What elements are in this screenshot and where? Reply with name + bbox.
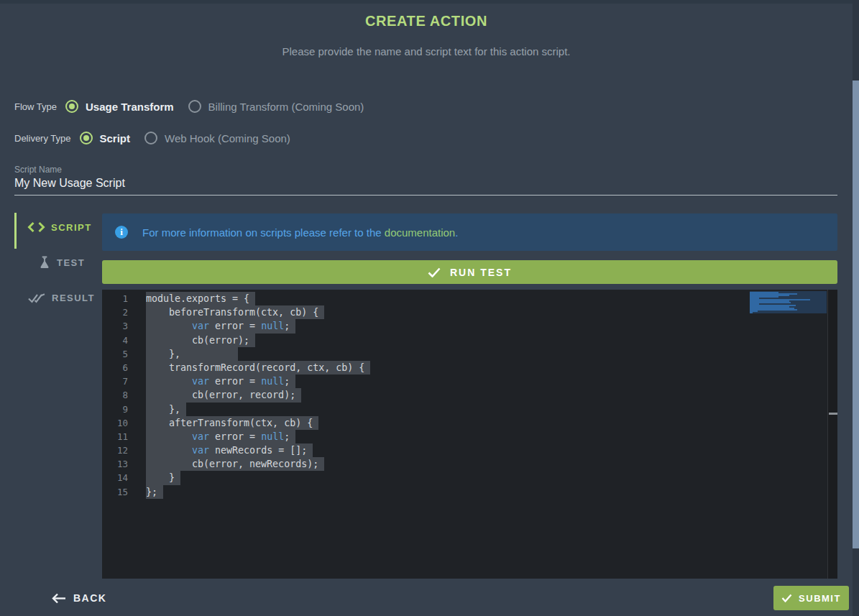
delivery-type-row: Delivery Type Script Web Hook (Coming So… bbox=[14, 131, 290, 145]
line-number: 13 bbox=[102, 457, 128, 471]
script-name-input[interactable] bbox=[14, 177, 837, 190]
selected-code-text: cb(error); bbox=[146, 334, 255, 347]
line-number: 2 bbox=[102, 305, 128, 319]
radio-web-hook-label[interactable]: Web Hook (Coming Soon) bbox=[165, 132, 290, 144]
code-line[interactable]: 7 var error = null; bbox=[102, 374, 837, 388]
documentation-link[interactable]: documentation bbox=[385, 226, 455, 239]
tab-script-label: SCRIPT bbox=[51, 222, 92, 233]
flow-type-label: Flow Type bbox=[14, 101, 57, 112]
minimap bbox=[750, 291, 827, 313]
selected-code-text: }, bbox=[146, 347, 238, 361]
code-line[interactable]: 14 } bbox=[102, 471, 837, 484]
radio-script[interactable] bbox=[80, 132, 93, 144]
page-subtitle: Please provide the name and script text … bbox=[0, 45, 853, 58]
code-line[interactable]: 5 }, bbox=[102, 347, 837, 361]
line-number: 9 bbox=[102, 403, 128, 416]
check-icon bbox=[781, 594, 792, 602]
run-test-label: RUN TEST bbox=[450, 267, 512, 278]
code-line[interactable]: 11 var error = null; bbox=[102, 430, 837, 443]
submit-label: SUBMIT bbox=[799, 593, 841, 604]
tab-test[interactable]: TEST bbox=[39, 256, 85, 269]
selected-code-text: }, bbox=[146, 403, 186, 416]
selected-code-text: cb(error, newRecords); bbox=[146, 457, 324, 471]
double-check-icon bbox=[27, 292, 46, 304]
selected-code-text: var error = null; bbox=[146, 374, 295, 388]
code-line[interactable]: 13 cb(error, newRecords); bbox=[102, 457, 837, 471]
line-number: 8 bbox=[102, 388, 128, 402]
line-number: 15 bbox=[102, 485, 128, 499]
script-name-label: Script Name bbox=[14, 165, 62, 175]
line-number: 5 bbox=[102, 347, 128, 361]
editor-scrollbar-thumb[interactable] bbox=[829, 413, 837, 415]
code-line[interactable]: 8 cb(error, record); bbox=[102, 388, 837, 402]
run-test-button[interactable]: RUN TEST bbox=[102, 260, 837, 284]
selected-code-text: } bbox=[146, 471, 180, 484]
info-icon: i bbox=[115, 226, 128, 239]
editor-scrollbar[interactable] bbox=[827, 290, 837, 579]
page-title: CREATE ACTION bbox=[0, 13, 853, 29]
code-editor[interactable]: 1module.exports = {2 beforeTransform(ctx… bbox=[102, 290, 837, 579]
banner-text: For more information on scripts please r… bbox=[142, 226, 458, 239]
radio-usage-transform[interactable] bbox=[65, 100, 78, 113]
selected-code-text: var newRecords = []; bbox=[146, 443, 313, 457]
line-number: 10 bbox=[102, 416, 128, 430]
radio-web-hook[interactable] bbox=[144, 132, 157, 144]
tab-result-label: RESULT bbox=[52, 293, 95, 303]
flask-icon bbox=[39, 256, 50, 269]
code-line[interactable]: 15}; bbox=[102, 485, 837, 499]
selected-code-text: transformRecord(record, ctx, cb) { bbox=[146, 361, 370, 374]
top-shade bbox=[0, 0, 859, 4]
line-number: 7 bbox=[102, 374, 128, 388]
code-line[interactable]: 6 transformRecord(record, ctx, cb) { bbox=[102, 361, 837, 374]
radio-billing-transform[interactable] bbox=[188, 100, 201, 113]
radio-script-label[interactable]: Script bbox=[100, 132, 131, 144]
active-tab-indicator bbox=[14, 213, 17, 249]
code-icon bbox=[27, 221, 45, 233]
script-name-underline bbox=[14, 195, 837, 196]
code-line[interactable]: 10 afterTransform(ctx, cb) { bbox=[102, 416, 837, 430]
tab-test-label: TEST bbox=[57, 257, 85, 268]
line-number: 11 bbox=[102, 430, 128, 443]
code-lines: 1module.exports = {2 beforeTransform(ctx… bbox=[102, 292, 837, 499]
line-number: 1 bbox=[102, 292, 128, 305]
code-line[interactable]: 4 cb(error); bbox=[102, 334, 837, 347]
banner-text-body: For more information on scripts please r… bbox=[142, 226, 385, 239]
radio-usage-transform-label[interactable]: Usage Transform bbox=[86, 101, 174, 113]
check-icon bbox=[428, 267, 441, 277]
line-number: 4 bbox=[102, 334, 128, 347]
selected-code-text: }; bbox=[146, 485, 163, 499]
code-line[interactable]: 3 var error = null; bbox=[102, 319, 837, 333]
tab-result[interactable]: RESULT bbox=[27, 292, 95, 304]
line-number: 6 bbox=[102, 361, 128, 374]
delivery-type-label: Delivery Type bbox=[14, 133, 71, 144]
selected-code-text: var error = null; bbox=[146, 430, 295, 443]
selected-code-text: cb(error, record); bbox=[146, 388, 301, 402]
tab-script[interactable]: SCRIPT bbox=[27, 221, 92, 233]
radio-billing-transform-label[interactable]: Billing Transform (Coming Soon) bbox=[208, 101, 364, 113]
submit-button[interactable]: SUBMIT bbox=[773, 586, 849, 610]
code-line[interactable]: 2 beforeTransform(ctx, cb) { bbox=[102, 305, 837, 319]
code-line[interactable]: 9 }, bbox=[102, 403, 837, 416]
line-number: 12 bbox=[102, 443, 128, 457]
info-banner: i For more information on scripts please… bbox=[102, 213, 837, 251]
selected-code-text: beforeTransform(ctx, cb) { bbox=[146, 305, 324, 319]
banner-text-suffix: . bbox=[455, 226, 458, 239]
back-label: BACK bbox=[73, 592, 106, 604]
code-line[interactable]: 1module.exports = { bbox=[102, 292, 837, 305]
selected-code-text: module.exports = { bbox=[146, 292, 255, 305]
page-scrollbar-thumb[interactable] bbox=[853, 81, 859, 548]
back-button[interactable]: BACK bbox=[50, 588, 106, 608]
line-number: 3 bbox=[102, 319, 128, 333]
arrow-left-icon bbox=[50, 592, 67, 604]
line-number: 14 bbox=[102, 471, 128, 484]
code-line[interactable]: 12 var newRecords = []; bbox=[102, 443, 837, 457]
selected-code-text: afterTransform(ctx, cb) { bbox=[146, 416, 318, 430]
selected-code-text: var error = null; bbox=[146, 319, 295, 333]
flow-type-row: Flow Type Usage Transform Billing Transf… bbox=[14, 99, 364, 114]
